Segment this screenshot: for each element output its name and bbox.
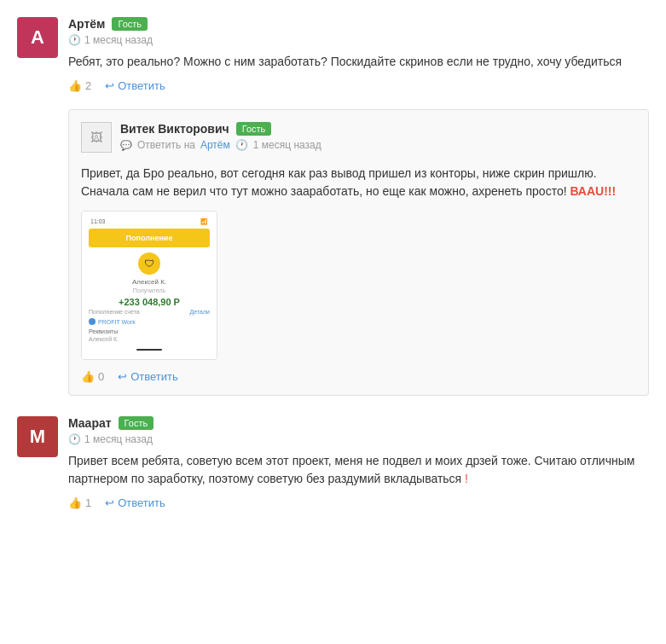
nested-reply-button[interactable]: ↩ Ответить <box>118 370 178 383</box>
like-button-maarat[interactable]: 👍 1 <box>68 496 91 509</box>
comment-time-maarat: 1 месяц назад <box>84 433 153 445</box>
phone-status-bar: 11:03 📶 <box>89 218 210 225</box>
comment-meta: 🕐 1 месяц назад <box>68 34 649 46</box>
phone-time: 11:03 <box>90 218 106 225</box>
avatar: А <box>17 17 58 58</box>
nested-text: Привет, да Бро реально, вот сегодня как … <box>81 165 636 200</box>
reply-chat-icon: 💬 <box>120 140 132 151</box>
phone-home-indicator <box>136 349 162 351</box>
like-button[interactable]: 👍 2 <box>68 79 91 92</box>
nested-name-area: Витек Викторович Гость 💬 Ответить на Арт… <box>120 122 636 158</box>
nested-reply-icon: ↩ <box>118 370 127 383</box>
comment-header-maarat: Маарат Гость <box>68 416 649 430</box>
comment-meta-maarat: 🕐 1 месяц назад <box>68 433 649 445</box>
comment-body: Артём Гость 🕐 1 месяц назад Ребят, это р… <box>68 17 649 92</box>
phone-signal: 📶 <box>200 218 208 225</box>
clock-icon: 🕐 <box>68 34 81 46</box>
reply-icon-maarat: ↩ <box>105 496 114 509</box>
comment-header: Артём Гость <box>68 17 649 31</box>
nested-guest-badge: Гость <box>236 122 272 136</box>
comment-text: Ребят, это реально? Можно с ним заработа… <box>68 53 649 71</box>
comment-maarat: М Маарат Гость 🕐 1 месяц назад Привет вс… <box>17 416 649 509</box>
comment-body-maarat: Маарат Гость 🕐 1 месяц назад Привет всем… <box>68 416 649 509</box>
broken-img-icon: 🖼 <box>90 131 102 144</box>
nested-clock-icon: 🕐 <box>235 139 248 151</box>
reply-indent: 🖼 Витек Викторович Гость 💬 Ответить на А… <box>68 109 649 396</box>
phone-detail-row: Пополнение счета Детали <box>89 309 210 315</box>
comment-time: 1 месяц назад <box>84 34 153 46</box>
like-icon: 👍 <box>68 79 82 92</box>
nested-actions: 👍 0 ↩ Ответить <box>81 370 636 383</box>
avatar-maarat: М <box>17 416 58 457</box>
nested-like-icon: 👍 <box>81 370 95 383</box>
phone-amount: +233 048,90 P <box>89 297 210 307</box>
waau-text: ВААU!!! <box>570 184 616 198</box>
phone-header-label: Пополнение <box>126 234 173 242</box>
reply-to-label: Ответить на <box>137 139 195 151</box>
nested-time: 1 месяц назад <box>253 139 321 151</box>
reply-label: Ответить <box>118 79 165 92</box>
nested-comment-vitek: 🖼 Витек Викторович Гость 💬 Ответить на А… <box>68 109 649 396</box>
nested-like-count: 0 <box>98 370 104 383</box>
reply-button-maarat[interactable]: ↩ Ответить <box>105 496 165 509</box>
comment-username: Артём <box>68 17 105 31</box>
reply-label-maarat: Ответить <box>118 496 165 509</box>
nested-like-button[interactable]: 👍 0 <box>81 370 104 383</box>
like-count-maarat: 1 <box>85 496 91 509</box>
nested-username: Витек Викторович <box>120 122 229 136</box>
phone-detail-link: Детали <box>190 309 210 315</box>
like-count: 2 <box>85 79 91 92</box>
reply-to-user-link[interactable]: Артём <box>200 139 230 151</box>
guest-badge-maarat: Гость <box>119 416 154 430</box>
service-dot <box>89 318 96 325</box>
phone-person-sub: Получатель <box>89 287 210 293</box>
comment-artem: А Артём Гость 🕐 1 месяц назад Ребят, это… <box>17 17 649 92</box>
avatar-broken: 🖼 <box>81 122 112 153</box>
like-icon-maarat: 👍 <box>68 496 82 509</box>
comment-actions: 👍 2 ↩ Ответить <box>68 79 649 92</box>
exclamation-mark: ! <box>465 472 468 485</box>
phone-requisites-label: Реквизиты <box>89 328 210 334</box>
nested-header: 🖼 Витек Викторович Гость 💬 Ответить на А… <box>81 122 636 158</box>
guest-badge: Гость <box>112 17 148 31</box>
phone-requisites-value: Алексей К. <box>89 336 210 342</box>
nested-reply-label: Ответить <box>130 370 178 383</box>
phone-service-row: PROFIT Work <box>89 318 210 325</box>
comment-text-maarat: Привет всем ребята, советую всем этот пр… <box>68 452 649 488</box>
phone-person-name: Алексей К. <box>89 278 210 286</box>
screenshot-image: 11:03 📶 Пополнение 🛡 Алексей К. Получате… <box>81 211 217 360</box>
service-label: PROFIT Work <box>98 319 136 325</box>
reply-button[interactable]: ↩ Ответить <box>105 79 165 92</box>
nested-name-row: Витек Викторович Гость <box>120 122 636 136</box>
comment-actions-maarat: 👍 1 ↩ Ответить <box>68 496 649 509</box>
comment-username-maarat: Маарат <box>68 416 112 430</box>
clock-icon-maarat: 🕐 <box>68 433 81 445</box>
phone-mockup: 11:03 📶 Пополнение 🛡 Алексей К. Получате… <box>82 212 217 359</box>
reply-icon: ↩ <box>105 79 114 92</box>
phone-circle-icon: 🛡 <box>138 252 160 275</box>
phone-deposit-label: Пополнение счета <box>89 309 140 315</box>
nested-reply-meta: 💬 Ответить на Артём 🕐 1 месяц назад <box>120 139 636 151</box>
